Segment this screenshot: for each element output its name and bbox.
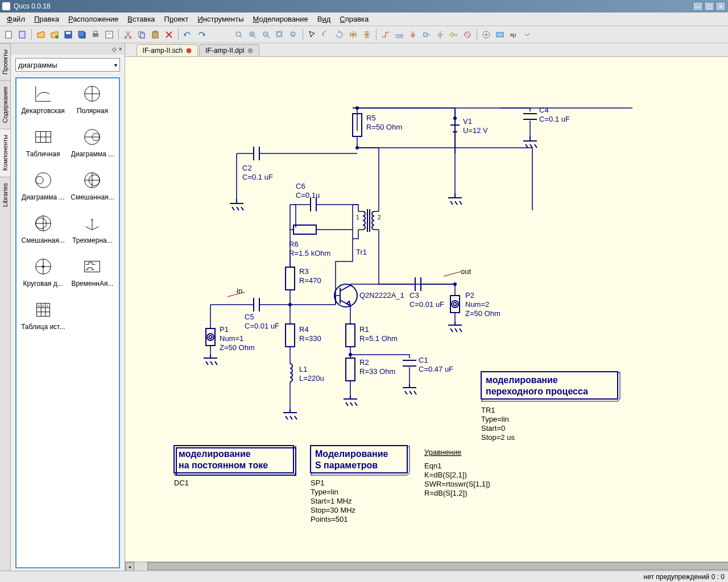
status-text: нет предупреждений 0 : 0 — [644, 573, 725, 581]
diagram-mixed2[interactable]: Смешанная... — [21, 213, 65, 244]
ground2-button[interactable] — [434, 28, 446, 41]
ground-button[interactable] — [407, 28, 419, 41]
svg-text:Num=2: Num=2 — [465, 300, 489, 309]
menu-file[interactable]: Фdocument.currentScript.previousElementS… — [2, 14, 30, 24]
zoom-out-button[interactable] — [260, 28, 272, 41]
side-tab-libraries[interactable]: Libraries — [0, 177, 10, 213]
port-button[interactable] — [420, 28, 433, 41]
svg-point-16 — [236, 32, 241, 36]
new-button[interactable] — [2, 28, 15, 41]
svg-text:R3: R3 — [299, 267, 309, 276]
zoom-all-button[interactable] — [274, 28, 286, 41]
wire-button[interactable] — [379, 28, 392, 41]
svg-point-25 — [450, 33, 454, 36]
tab-schematic[interactable]: IF-amp-II.sch ⊗ — [136, 44, 198, 56]
open-button[interactable] — [35, 28, 47, 41]
left-panel: ◇ × диаграммы Декартовская Полярная Табл… — [11, 43, 125, 571]
export-button[interactable] — [103, 28, 115, 41]
mirror-y-button[interactable] — [361, 28, 373, 41]
deactivate-button[interactable] — [461, 28, 474, 41]
menu-layout[interactable]: Расположение — [64, 14, 123, 24]
svg-point-56 — [355, 106, 359, 110]
svg-rect-62 — [293, 225, 316, 234]
diagram-mixed[interactable]: Смешанная... — [71, 169, 114, 201]
svg-text:Уравнение: Уравнение — [424, 448, 461, 456]
svg-text:Eqn1: Eqn1 — [424, 462, 441, 470]
select-button[interactable] — [306, 28, 318, 41]
diagram-category-combo[interactable]: диаграммы — [15, 58, 120, 72]
key-button[interactable] — [448, 28, 460, 41]
diagram-table[interactable]: Табличная — [21, 126, 65, 158]
svg-point-36 — [35, 176, 43, 184]
svg-text:TR1: TR1 — [481, 406, 495, 414]
close-button[interactable]: ✕ — [715, 2, 726, 11]
statusbar: нет предупреждений 0 : 0 — [0, 571, 728, 582]
svg-point-79 — [452, 301, 458, 307]
menu-edit[interactable]: Правка — [30, 14, 64, 24]
diagram-polar[interactable]: Полярная — [71, 83, 114, 115]
svg-text:переходного процесса: переходного процесса — [486, 386, 588, 396]
diagram-3d[interactable]: Трехмерна... — [71, 213, 114, 244]
side-tabs: Проекты Содержание Компоненты Libraries — [0, 43, 11, 571]
minimize-button[interactable]: — — [693, 2, 703, 11]
svg-rect-68 — [286, 267, 295, 290]
redo-button[interactable] — [195, 28, 208, 41]
panel-undock-icon[interactable]: ◇ — [112, 46, 117, 52]
svg-text:C=0.01 uF: C=0.01 uF — [245, 322, 279, 330]
menu-insert[interactable]: Вставка — [123, 14, 159, 24]
side-tab-components[interactable]: Компоненты — [0, 128, 10, 176]
svg-point-19 — [277, 32, 282, 36]
svg-rect-15 — [154, 31, 157, 32]
menu-project[interactable]: Проект — [160, 14, 193, 24]
saveall-button[interactable] — [76, 28, 88, 41]
cut-button[interactable] — [122, 28, 134, 41]
name-button[interactable]: NAME — [393, 28, 406, 41]
menu-simulation[interactable]: Моделирование — [249, 14, 313, 24]
simulate-button[interactable] — [480, 28, 493, 41]
tab-display[interactable]: IF-amp-II.dpl ⊗ — [199, 44, 259, 56]
diagram-timing[interactable]: ВременнАя... — [71, 256, 114, 288]
svg-text:C3: C3 — [410, 291, 419, 300]
marker-button[interactable]: M1 — [507, 28, 520, 41]
zoom-fit-button[interactable] — [233, 28, 245, 41]
zoom-in-button[interactable] — [246, 28, 259, 41]
copy-button[interactable] — [135, 28, 148, 41]
diagram-circular[interactable]: Круговая д... — [21, 256, 65, 288]
undo-button[interactable] — [181, 28, 194, 41]
rotate-button[interactable] — [333, 28, 346, 41]
svg-text:Start=1 MHz: Start=1 MHz — [311, 497, 352, 505]
svg-text:1: 1 — [356, 214, 359, 221]
menu-tools[interactable]: Инструменты — [193, 14, 248, 24]
titlebar: Qucs 0.0.18 — ▢ ✕ — [0, 0, 728, 13]
save-button[interactable] — [62, 28, 75, 41]
schematic-canvas[interactable]: R5 R=50 Ohm V1 U=12 V C4 C=0. — [125, 57, 728, 562]
diagram-smith[interactable]: Диаграмма ... — [71, 126, 114, 158]
go-left-button[interactable] — [320, 28, 332, 41]
menu-view[interactable]: Вид — [313, 14, 336, 24]
diagram-cartesian[interactable]: Декартовская — [21, 83, 65, 115]
horizontal-scrollbar[interactable]: ◂▸ — [125, 562, 728, 571]
delete-button[interactable] — [163, 28, 175, 41]
tab-close-icon[interactable]: ⊗ — [186, 47, 192, 55]
paste-button[interactable] — [149, 28, 162, 41]
recent-button[interactable] — [48, 28, 61, 41]
diagram-smith2[interactable]: Диаграмма ... — [21, 169, 65, 201]
zoom-1-button[interactable]: 1 — [287, 28, 300, 41]
dropdown-button[interactable] — [521, 28, 533, 41]
maximize-button[interactable]: ▢ — [704, 2, 714, 11]
diagram-truth[interactable]: 001Таблица ист... — [21, 299, 65, 331]
menu-help[interactable]: Справка — [335, 14, 373, 24]
tab-close-icon[interactable]: ⊗ — [247, 47, 253, 55]
panel-close-icon[interactable]: × — [119, 46, 122, 52]
svg-text:R1: R1 — [359, 325, 369, 334]
print-button[interactable] — [89, 28, 102, 41]
side-tab-projects[interactable]: Проекты — [0, 43, 10, 80]
svg-text:на постоянном токе: на постоянном токе — [179, 460, 268, 470]
svg-text:Stop=2 us: Stop=2 us — [481, 433, 515, 442]
schematic-button[interactable] — [494, 28, 506, 41]
mirror-x-button[interactable] — [347, 28, 359, 41]
svg-point-28 — [485, 34, 487, 36]
svg-rect-7 — [93, 34, 98, 37]
doc-button[interactable] — [16, 28, 28, 41]
side-tab-content[interactable]: Содержание — [0, 80, 10, 128]
